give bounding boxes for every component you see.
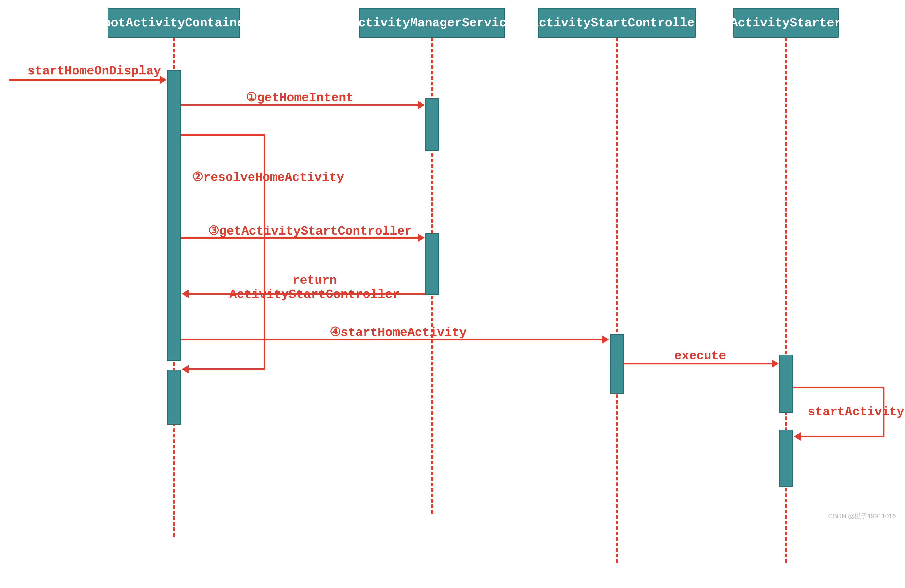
- label-start-activity: startActivity: [808, 405, 904, 419]
- label-get-home-intent: ①getHomeIntent: [243, 90, 357, 105]
- activation-as-2: [779, 430, 793, 487]
- label-execute: execute: [670, 349, 730, 363]
- activation-ams-2: [426, 233, 439, 295]
- loop-resolve-bottom: [188, 368, 265, 370]
- participant-label: ActivityStarter: [730, 16, 841, 30]
- arrow-execute: [624, 363, 772, 365]
- label-start-home: startHomeOnDisplay: [27, 64, 158, 78]
- loop-startact-top: [793, 387, 884, 388]
- activation-asc: [610, 334, 624, 393]
- participant-label: ActivityManagerService: [351, 16, 514, 30]
- participant-activity-start-controller: ActivityStartController: [538, 8, 695, 38]
- label-resolve-home: ②resolveHomeActivity: [192, 169, 341, 184]
- loop-startact-bottom: [800, 436, 884, 437]
- participant-activity-starter: ActivityStarter: [734, 8, 838, 38]
- loop-resolve-top: [181, 134, 265, 136]
- label-get-asc: ③getActivityStartController: [207, 223, 413, 238]
- watermark: CSDN @橙子19911016: [828, 512, 896, 520]
- activation-as-1: [779, 355, 793, 413]
- label-return-asc: return ActivityStartController: [229, 273, 400, 302]
- label-start-home-activity: ④startHomeActivity: [327, 325, 469, 339]
- participant-label: RootActivityContainer: [96, 16, 252, 30]
- activation-ams-1: [426, 98, 439, 151]
- activation-root-2: [167, 370, 181, 425]
- lifeline-asc: [616, 38, 618, 563]
- arrow-start-home: [9, 79, 160, 81]
- activation-root-1: [167, 70, 181, 361]
- participant-root-activity-container: RootActivityContainer: [108, 8, 240, 38]
- participant-label: ActivityStartController: [531, 16, 702, 30]
- participant-activity-manager-service: ActivityManagerService: [359, 8, 505, 38]
